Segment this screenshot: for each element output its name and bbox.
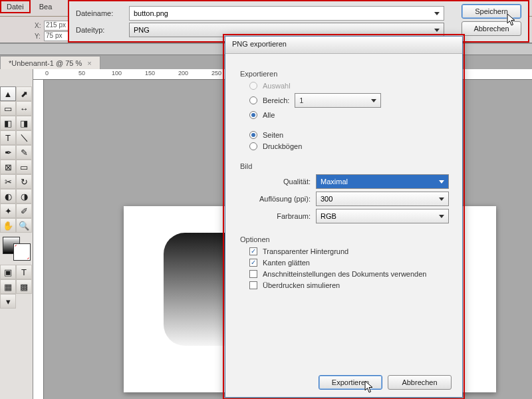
section-options: Optionen: [240, 235, 449, 243]
radio-spreads-label: Druckbögen: [263, 142, 302, 150]
check-overprint-label: Überdrucken simulieren: [263, 281, 340, 289]
close-icon[interactable]: ×: [87, 59, 91, 67]
chevron-down-icon: [439, 198, 444, 201]
colorspace-field[interactable]: RGB: [316, 209, 449, 223]
range-field[interactable]: 1: [295, 93, 381, 108]
color-swatch[interactable]: [1, 235, 32, 262]
transform-tool-icon[interactable]: ↻: [16, 174, 32, 189]
ruler-vertical: [33, 80, 44, 399]
filename-value: button.png: [134, 9, 168, 17]
ruler-tick: 0: [45, 70, 49, 76]
png-export-dialog: PNG exportieren Exportieren Auswahl Bere…: [225, 36, 463, 398]
range-value: 1: [299, 96, 303, 104]
check-bleed[interactable]: [249, 270, 257, 278]
section-export: Exportieren: [240, 70, 449, 78]
mode-preview-icon[interactable]: ▩: [16, 279, 32, 294]
quality-label: Qualität:: [243, 178, 316, 186]
scissors-tool-icon[interactable]: ✂: [0, 174, 16, 189]
apply-container-icon[interactable]: ▣: [0, 265, 16, 279]
frame-tool-icon[interactable]: ⊠: [0, 160, 16, 174]
resolution-value: 300: [321, 195, 332, 203]
filetype-label: Dateityp:: [76, 26, 129, 34]
screen-mode-icon[interactable]: ▾: [0, 294, 16, 309]
check-transparent[interactable]: [249, 247, 257, 255]
chevron-down-icon: [439, 180, 444, 184]
radio-selection: [249, 82, 257, 90]
pen-tool-icon[interactable]: ✒: [0, 145, 16, 160]
radio-all-label: Alle: [263, 111, 275, 119]
filetype-field[interactable]: PNG: [129, 23, 444, 37]
pencil-tool-icon[interactable]: ✎: [16, 145, 32, 160]
filename-label: Dateiname:: [76, 9, 129, 17]
radio-pages-label: Seiten: [263, 131, 283, 139]
ruler-tick: 200: [178, 70, 188, 76]
content-tool2-icon[interactable]: ◨: [16, 116, 32, 130]
quality-value: Maximal: [321, 178, 348, 186]
direct-select-tool-icon[interactable]: ⬈: [16, 86, 32, 101]
radio-range-label: Bereich:: [263, 96, 289, 104]
chevron-down-icon: [434, 29, 440, 32]
eyedropper-tool-icon[interactable]: ✐: [16, 203, 32, 218]
document-tab[interactable]: *Unbenannt-1 @ 75 % ×: [0, 56, 100, 69]
colorspace-value: RGB: [321, 212, 336, 220]
apply-text-icon[interactable]: T: [16, 265, 32, 279]
check-overprint[interactable]: [249, 281, 257, 289]
resolution-field[interactable]: 300: [316, 192, 449, 206]
section-image: Bild: [240, 162, 449, 170]
selection-tool-icon[interactable]: ▲: [0, 86, 16, 101]
line-tool-icon[interactable]: ＼: [16, 130, 32, 145]
mode-normal-icon[interactable]: ▦: [0, 279, 16, 294]
coord-y-label: Y:: [35, 33, 41, 40]
ruler-tick: 100: [112, 70, 122, 76]
toolbox: ▲⬈ ▭↔ ◧◨ T＼ ✒✎ ⊠▭ ✂↻ ◐◑ ✦✐ ✋🔍 ▣T ▦▩ ▾: [0, 69, 33, 399]
colorspace-label: Farbraum:: [243, 212, 316, 220]
check-smooth-label: Kanten glätten: [263, 259, 310, 267]
check-bleed-label: Anschnitteinstellungen des Dokuments ver…: [263, 270, 426, 278]
menu-edit[interactable]: Bea: [33, 0, 59, 13]
ruler-tick: 250: [211, 70, 221, 76]
gradient-swatch-tool-icon[interactable]: ◐: [0, 189, 16, 203]
ruler-tick: 150: [145, 70, 155, 76]
cancel-button[interactable]: Abbrechen: [462, 21, 521, 36]
check-transparent-label: Transparenter Hintergrund: [263, 247, 348, 255]
radio-spreads[interactable]: [249, 142, 257, 150]
menu-file[interactable]: Datei: [0, 0, 31, 13]
export-button[interactable]: Exportieren: [319, 375, 382, 390]
document-tab-title: *Unbenannt-1 @ 75 %: [9, 59, 82, 67]
note-tool-icon[interactable]: ✦: [0, 203, 16, 218]
quality-field[interactable]: Maximal: [316, 174, 449, 189]
filetype-value: PNG: [134, 26, 150, 34]
ruler-tick: 50: [78, 70, 85, 76]
dialog-title: PNG exportieren: [225, 37, 462, 54]
filename-field[interactable]: button.png: [129, 6, 444, 21]
radio-selection-label: Auswahl: [263, 82, 291, 90]
zoom-tool-icon[interactable]: 🔍: [16, 218, 32, 233]
check-smooth[interactable]: [249, 259, 257, 267]
resolution-label: Auflösung (ppi):: [243, 195, 316, 203]
radio-pages[interactable]: [249, 131, 257, 139]
content-tool-icon[interactable]: ◧: [0, 116, 16, 130]
chevron-down-icon: [439, 215, 444, 218]
radio-range[interactable]: [249, 96, 257, 104]
coord-x-label: X:: [35, 22, 41, 29]
rect-tool-icon[interactable]: ▭: [16, 160, 32, 174]
chevron-down-icon: [434, 12, 440, 15]
hand-tool-icon[interactable]: ✋: [0, 218, 16, 233]
chevron-down-icon: [371, 99, 376, 102]
radio-all[interactable]: [249, 111, 257, 119]
gradient-feather-tool-icon[interactable]: ◑: [16, 189, 32, 203]
gap-tool-icon[interactable]: ↔: [16, 101, 32, 116]
page-tool-icon[interactable]: ▭: [0, 101, 16, 116]
type-tool-icon[interactable]: T: [0, 130, 16, 145]
save-button[interactable]: Speichern: [462, 4, 521, 19]
dialog-cancel-button[interactable]: Abbrechen: [388, 375, 452, 390]
